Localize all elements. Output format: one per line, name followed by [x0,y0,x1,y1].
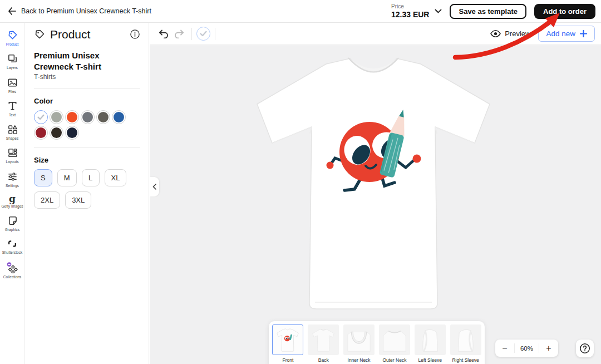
shutterstock-icon [7,239,17,249]
divider [34,88,140,89]
getty-images-icon: g [9,195,16,203]
text-icon [7,101,18,111]
sidebar-item-files[interactable]: Files [0,74,25,97]
check-icon [200,31,207,37]
color-swatches [34,110,140,140]
sidebar-item-label: Shutterstock [2,250,23,254]
sidebar-item-label: Settings [6,184,19,188]
size-button-m[interactable]: M [57,169,77,186]
sidebar-item-label: Layers [7,66,18,70]
shapes-icon [7,124,18,135]
add-to-order-button[interactable]: Add to order [534,4,595,19]
sidebar-item-label: Layouts [6,160,18,164]
preview-button[interactable]: Preview [490,29,530,38]
size-button-3xl[interactable]: 3XL [65,191,91,209]
info-icon [130,29,140,40]
sidebar-item-label: Shapes [6,136,18,140]
thumbnail-outer-neck[interactable]: Outer Neck [378,324,411,364]
tshirt-mockup [243,47,504,321]
image-icon [7,77,18,88]
price-value: 12.33 EUR [391,10,429,19]
thumbnail-label: Front [282,357,293,363]
size-section-label: Size [34,156,140,164]
help-icon [579,343,590,354]
color-swatch[interactable] [34,126,48,140]
color-swatch[interactable] [96,110,110,124]
sidebar-item-label: Collections [3,275,21,279]
add-new-label: Add new [546,29,575,38]
size-button-s[interactable]: S [34,169,52,186]
back-button[interactable]: Back to Premium Unisex Crewneck T-shirt [8,7,151,15]
icon-sidebar: Product Layers Files Text Shapes Layouts… [0,23,25,364]
divider [191,28,192,40]
zoom-in-button[interactable]: + [539,340,558,357]
size-button-2xl[interactable]: 2XL [34,191,60,209]
thumbnail-left-sleeve-image [415,324,446,355]
layouts-icon [7,147,18,158]
thumbnail-label: Back [318,357,329,363]
thumbnail-left-sleeve[interactable]: Left Sleeve [413,324,446,364]
help-button[interactable] [576,340,594,357]
thumbnail-label: Inner Neck [348,357,371,363]
add-new-button[interactable]: Add new [538,26,595,42]
size-button-l[interactable]: L [82,169,100,186]
workspace: Preview Add new [150,23,601,364]
design-canvas[interactable]: Front Back Inner Neck Outer Neck [150,45,601,364]
color-swatch[interactable] [50,126,63,140]
sidebar-item-layers[interactable]: Layers [0,50,25,73]
sidebar-item-label: Product [6,42,19,46]
sidebar-item-label: Text [9,113,16,117]
zoom-out-button[interactable]: − [495,340,514,357]
collapse-panel-button[interactable] [150,177,159,196]
placement-thumbnails: Front Back Inner Neck Outer Neck [269,321,485,364]
thumbnail-inner-neck[interactable]: Inner Neck [343,324,376,364]
redo-icon [174,29,184,38]
sidebar-item-collections[interactable]: Collections [0,259,25,283]
sidebar-item-shutterstock[interactable]: Shutterstock [0,235,25,258]
thumbnail-outer-neck-image [379,324,410,355]
thumbnail-right-sleeve[interactable]: Right Sleeve [449,324,482,364]
undo-button[interactable] [156,26,171,42]
back-arrow-icon [8,7,16,15]
thumbnail-back-image [308,324,339,355]
sidebar-item-graphics[interactable]: Graphics [0,212,25,235]
zoom-controls: − 60% + [495,340,558,357]
color-swatch[interactable] [81,110,95,124]
chevron-left-icon [152,184,156,190]
price-dropdown[interactable]: Price 12.33 EUR [391,3,442,19]
sidebar-item-product[interactable]: Product [0,27,25,50]
sidebar-item-label: Graphics [5,228,19,232]
sidebar-item-label: Files [8,90,16,94]
tshirt-front-image [243,47,504,321]
panel-title: Product [50,28,90,41]
sliders-icon [7,171,18,182]
size-button-xl[interactable]: XL [105,169,127,186]
info-button[interactable] [130,29,140,40]
sidebar-item-layouts[interactable]: Layouts [0,144,25,168]
sidebar-item-settings[interactable]: Settings [0,168,25,191]
back-label: Back to Premium Unisex Crewneck T-shirt [21,7,151,15]
product-panel: Product Premium Unisex Crewneck T-shirt … [26,23,149,364]
sidebar-item-shapes[interactable]: Shapes [0,121,25,144]
save-as-template-button[interactable]: Save as template [450,4,526,19]
sidebar-item-text[interactable]: Text [0,97,25,121]
approve-design-button[interactable] [196,27,210,41]
divider [215,28,215,40]
color-swatch[interactable] [112,110,126,124]
price-label: Price [391,3,429,9]
thumbnail-front[interactable]: Front [272,324,304,364]
thumbnail-label: Left Sleeve [418,357,442,363]
thumbnail-back[interactable]: Back [307,324,340,364]
color-swatch[interactable] [50,110,63,124]
sidebar-item-getty-images[interactable]: g Getty Images [0,191,25,212]
divider [34,147,140,148]
redo-button[interactable] [171,26,187,42]
thumbnail-label: Outer Neck [382,357,406,363]
top-bar: Back to Premium Unisex Crewneck T-shirt … [0,0,601,23]
collections-icon [6,262,18,273]
color-swatch[interactable] [65,110,79,124]
eye-icon [490,30,501,37]
color-swatch-selected[interactable] [34,110,48,124]
color-section-label: Color [34,97,140,105]
color-swatch[interactable] [65,126,79,140]
